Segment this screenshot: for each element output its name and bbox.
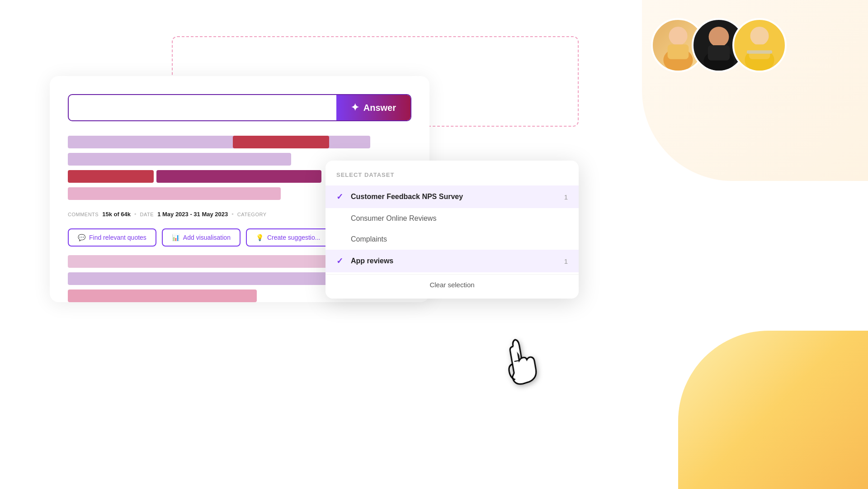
svg-point-0 xyxy=(669,27,687,45)
category-label: CATEGORY xyxy=(237,212,267,217)
bottom-bar-2 xyxy=(68,272,336,285)
create-suggestion-label: Create suggestio... xyxy=(267,234,321,241)
date-value: 1 May 2023 - 31 May 2023 xyxy=(157,211,228,218)
find-quotes-button[interactable]: 💬 Find relevant quotes xyxy=(68,228,156,247)
date-label: DATE xyxy=(140,212,154,217)
reviews-label: Consumer Online Reviews xyxy=(351,214,436,223)
comments-label: COMMENTS xyxy=(68,212,99,217)
stats-dot-2: • xyxy=(231,211,234,218)
avatar-group xyxy=(651,18,787,72)
dropdown-item-nps[interactable]: ✓ Customer Feedback NPS Survey 1 xyxy=(326,185,579,208)
cursor-hand xyxy=(492,332,548,402)
svg-rect-5 xyxy=(708,45,730,61)
search-bar: What issues have arisen in the last mont… xyxy=(68,94,411,121)
nps-count: 1 xyxy=(564,193,568,201)
svg-rect-2 xyxy=(668,44,689,59)
visualisation-icon: 📊 xyxy=(172,234,179,241)
answer-button-label: Answer xyxy=(363,103,396,113)
dropdown-item-complaints[interactable]: Complaints xyxy=(326,229,579,250)
add-visualisation-button[interactable]: 📊 Add visualisation xyxy=(162,228,241,247)
bar-accent-1 xyxy=(233,136,329,148)
create-suggestion-button[interactable]: 💡 Create suggestio... xyxy=(246,228,330,247)
check-icon-nps: ✓ xyxy=(336,192,345,202)
svg-point-3 xyxy=(709,27,729,47)
bar-3b xyxy=(156,170,321,183)
app-count: 1 xyxy=(564,257,568,265)
dropdown-item-app[interactable]: ✓ App reviews 1 xyxy=(326,250,579,272)
svg-point-6 xyxy=(750,27,769,45)
add-visualisation-label: Add visualisation xyxy=(183,234,231,241)
chart-bar-row-1 xyxy=(68,136,411,148)
nps-label: Customer Feedback NPS Survey xyxy=(351,193,463,201)
suggestion-icon: 💡 xyxy=(256,234,264,241)
bar-3a xyxy=(68,170,154,183)
avatar-3 xyxy=(732,18,787,72)
bar-4 xyxy=(68,187,281,200)
bottom-bar-3 xyxy=(68,290,257,302)
quotes-icon: 💬 xyxy=(78,234,85,241)
svg-rect-9 xyxy=(747,50,772,53)
complaints-label: Complaints xyxy=(351,235,387,243)
sparkle-icon: ✦ xyxy=(351,102,359,114)
check-icon-app: ✓ xyxy=(336,256,345,266)
comments-value: 15k of 64k xyxy=(102,211,131,218)
find-quotes-label: Find relevant quotes xyxy=(89,234,146,241)
dropdown-title: SELECT DATASET xyxy=(326,171,579,178)
stats-dot-1: • xyxy=(134,211,137,218)
bar-2 xyxy=(68,153,291,166)
search-input[interactable]: What issues have arisen in the last mont… xyxy=(69,103,336,113)
answer-button[interactable]: ✦ Answer xyxy=(336,94,410,121)
bg-bottom-right xyxy=(678,331,868,489)
clear-selection-button[interactable]: Clear selection xyxy=(326,274,579,295)
bottom-bar-1 xyxy=(68,255,349,268)
app-label: App reviews xyxy=(351,257,393,265)
dropdown-item-reviews[interactable]: Consumer Online Reviews xyxy=(326,208,579,229)
dataset-dropdown: SELECT DATASET ✓ Customer Feedback NPS S… xyxy=(326,161,579,299)
